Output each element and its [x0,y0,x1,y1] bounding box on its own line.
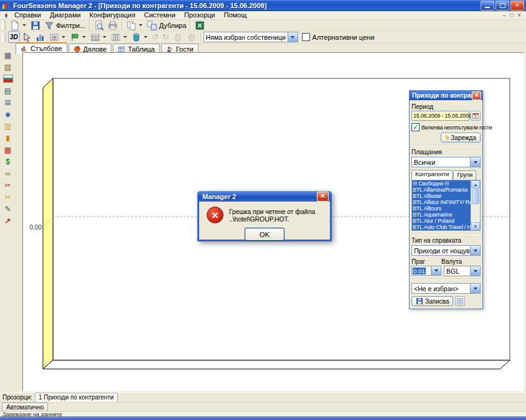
new-report-button[interactable] [8,19,29,31]
dropdown-button[interactable] [288,32,298,42]
menu-diagrami[interactable]: Диаграми [45,11,85,19]
print-preview-button[interactable] [92,19,106,31]
pointer-mode-button[interactable] [20,31,34,43]
vertical-grid-button[interactable] [109,31,129,43]
dropdown-button[interactable] [431,266,441,275]
grid-view-button[interactable] [455,296,465,306]
payments-value: Всички [412,159,470,166]
horizontal-grid-button[interactable] [88,31,109,43]
automatic-button[interactable]: Автоматично [2,403,48,412]
window-1-button[interactable]: 1 Приходи по контрагенти [35,393,118,403]
payments-combobox[interactable]: Всички [411,157,481,167]
books-icon[interactable]: ▮ [2,133,14,143]
tariff-grid-icon[interactable]: ▦ [2,144,14,155]
calendar-icon[interactable]: ▤ [2,85,14,96]
list-item[interactable]: BTL Alfamina/Romania [412,187,471,193]
bar-style-button[interactable] [129,31,150,43]
list-item[interactable]: BTL Auto Club Travel / Hunga [412,224,471,230]
list-item[interactable]: !!! Свободни !!! [412,180,471,187]
menu-prozorci[interactable]: Прозорци [180,11,220,19]
dropdown-button[interactable] [470,284,480,293]
stats-arrow-icon[interactable]: ↗ [2,215,14,226]
rotate-left-button[interactable]: ↺ [150,31,161,43]
hotel-combobox[interactable]: <Не е избран> [411,283,481,294]
export-excel-button[interactable] [193,19,207,31]
guests-icon[interactable]: ☻ [2,109,14,119]
scroll-down-icon[interactable]: ▼ [471,222,480,230]
counterparts-listbox[interactable]: !!! Свободни !!! BTL Alfamina/Romania BT… [411,180,481,231]
windows-icon[interactable]: ⊞ [2,97,14,108]
menu-konfiguracia[interactable]: Конфигурация [85,11,140,19]
divider [411,145,481,146]
rotate-right-button[interactable]: ↻ [161,31,171,43]
currency-icon[interactable]: $ [2,156,14,167]
threshold-combobox[interactable]: 0.01 [411,266,441,276]
copy-button[interactable] [124,19,145,31]
toggle-3d-button[interactable]: 3D [8,31,20,43]
restore-button[interactable] [495,1,509,11]
duplicate-button[interactable]: Дублира [145,19,188,31]
flag-label-icon [70,32,80,42]
list-item[interactable]: BTL Alltours [412,205,471,212]
mdi-close-button[interactable]: × [517,12,521,19]
ok-button[interactable]: OK [245,228,284,241]
zoom-out-button[interactable] [185,31,199,43]
period-input[interactable]: 15.06.2009 - 15.06.2009 [411,111,469,121]
calendar-button[interactable] [471,111,481,121]
cut-red-icon[interactable]: ✂ [2,180,14,190]
edit-note-icon[interactable]: ✎ [2,203,14,214]
report-type-combobox[interactable]: Приходи от нощувки [411,245,481,256]
keys-icon[interactable]: ∞ [2,168,14,179]
dropdown-button[interactable] [470,266,480,276]
zoom-in-button[interactable] [171,31,185,43]
menu-sistemni[interactable]: Системни [139,11,179,19]
mdi-restore-button[interactable]: □ [510,12,514,19]
close-button[interactable]: × [510,1,524,11]
zero-axis-label: 0.00 [30,224,42,231]
dialog-title-bar[interactable]: Manager 2 ✕ [199,191,331,202]
photo-icon[interactable]: ▨ [2,62,14,72]
bg-flag-icon[interactable] [2,73,14,84]
dropdown-button[interactable] [470,157,480,167]
cut-yellow-icon[interactable]: ✂ [2,192,14,202]
save-button[interactable] [29,19,42,31]
menu-pomosht[interactable]: Помощ [219,11,251,19]
list-item[interactable]: BTL Aquamarine [412,212,471,218]
minimize-button[interactable] [481,1,494,11]
show-values-button[interactable] [34,31,47,43]
print-button[interactable] [106,19,120,31]
scrollbar-thumb[interactable] [472,189,479,204]
mdi-minimize-button[interactable]: ‒ [503,12,507,19]
list-item[interactable]: BTL Atur / Poland [412,218,471,224]
list-scrollbar[interactable]: ▲ ▼ [471,180,480,230]
copy-folder-icon[interactable]: ▥ [2,121,14,131]
tab-groups[interactable]: Групи [453,170,476,180]
alt-prices-checkbox[interactable] [302,33,310,41]
owner-combobox[interactable]: Няма избран собственици [204,32,298,42]
list-item[interactable]: BTL Alfastar [412,193,471,199]
save-report-button[interactable]: Записва [411,296,453,306]
panel-close-button[interactable]: ✕ [472,91,481,100]
dialog-close-button[interactable]: ✕ [317,192,329,202]
currency-combobox[interactable]: BGL [444,266,481,276]
restore-icon [500,3,505,8]
dropdown-button[interactable] [470,246,480,255]
panel-title-bar[interactable]: Приходи по контрагенти ✕ [410,91,482,100]
scroll-up-icon[interactable]: ▲ [471,180,480,189]
list-item[interactable]: BTL Alfatur INFINITY/ Romani [412,199,471,205]
load-button-label: Зарежда [451,134,476,141]
tab-counterparts[interactable]: Контрагенти [411,170,453,180]
calendar-icon [472,112,479,119]
include-guests-checkbox[interactable]: ✓ [411,123,420,131]
rooms-grid-icon[interactable]: ▦ [2,50,14,60]
menu-spravki[interactable]: Справки [10,11,45,19]
divider [411,279,481,280]
labels-button[interactable] [68,31,88,43]
chevron-down-icon [82,36,86,38]
filters-button[interactable]: Филтри... [42,19,87,31]
legend-button[interactable] [47,31,68,43]
toolbar-grip [2,21,6,30]
app-window: FourSeasons Manager 2 - [Приходи по конт… [0,0,526,420]
horizontal-gridlines-icon [90,32,100,42]
load-button[interactable]: ϟ Зарежда [441,133,481,142]
